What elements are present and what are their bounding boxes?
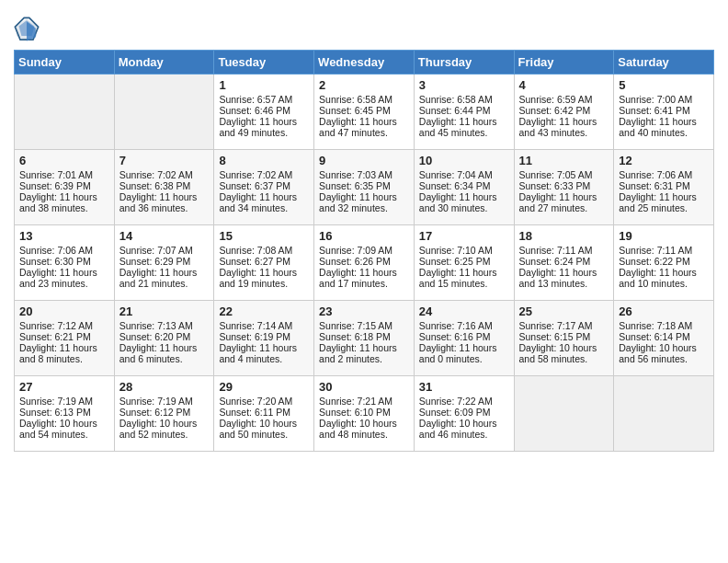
day-info: Daylight: 11 hours <box>419 267 509 278</box>
day-info: Sunrise: 7:06 AM <box>19 245 109 256</box>
day-cell: 18Sunrise: 7:11 AMSunset: 6:24 PMDayligh… <box>514 225 614 301</box>
day-info: and 40 minutes. <box>619 127 709 138</box>
day-info: Sunset: 6:18 PM <box>319 331 409 342</box>
week-row-3: 13Sunrise: 7:06 AMSunset: 6:30 PMDayligh… <box>15 225 714 301</box>
day-info: and 19 minutes. <box>219 278 309 289</box>
day-info: Sunset: 6:33 PM <box>519 180 609 191</box>
day-number: 20 <box>19 304 109 318</box>
day-number: 3 <box>419 78 509 92</box>
calendar-table: SundayMondayTuesdayWednesdayThursdayFrid… <box>14 50 714 452</box>
day-cell: 28Sunrise: 7:19 AMSunset: 6:12 PMDayligh… <box>114 376 214 452</box>
day-info: Sunset: 6:16 PM <box>419 331 509 342</box>
day-info: and 0 minutes. <box>419 353 509 364</box>
day-info: and 49 minutes. <box>219 127 309 138</box>
day-info: Sunrise: 7:07 AM <box>119 245 210 256</box>
weekday-saturday: Saturday <box>614 51 714 75</box>
day-info: and 47 minutes. <box>319 127 409 138</box>
day-info: Sunset: 6:10 PM <box>319 407 409 418</box>
day-info: Sunset: 6:26 PM <box>319 256 409 267</box>
day-info: Daylight: 11 hours <box>19 267 109 278</box>
day-cell: 27Sunrise: 7:19 AMSunset: 6:13 PMDayligh… <box>15 376 115 452</box>
day-info: and 54 minutes. <box>19 429 109 440</box>
day-info: Sunset: 6:39 PM <box>19 180 109 191</box>
day-cell: 26Sunrise: 7:18 AMSunset: 6:14 PMDayligh… <box>614 301 714 376</box>
day-info: Daylight: 11 hours <box>319 116 409 127</box>
day-number: 29 <box>219 380 309 394</box>
day-info: Sunrise: 7:16 AM <box>419 320 509 331</box>
day-info: Sunrise: 7:14 AM <box>219 320 309 331</box>
day-info: Daylight: 11 hours <box>119 267 210 278</box>
day-info: Sunrise: 7:05 AM <box>519 169 609 180</box>
day-cell <box>15 75 115 150</box>
day-info: Sunrise: 7:12 AM <box>19 320 109 331</box>
day-info: Daylight: 11 hours <box>619 116 709 127</box>
day-cell: 24Sunrise: 7:16 AMSunset: 6:16 PMDayligh… <box>414 301 514 376</box>
week-row-5: 27Sunrise: 7:19 AMSunset: 6:13 PMDayligh… <box>15 376 714 452</box>
day-cell: 31Sunrise: 7:22 AMSunset: 6:09 PMDayligh… <box>414 376 514 452</box>
day-info: Daylight: 11 hours <box>319 342 409 353</box>
day-info: Daylight: 11 hours <box>519 267 609 278</box>
day-info: Sunset: 6:25 PM <box>419 256 509 267</box>
day-number: 27 <box>19 380 109 394</box>
day-cell: 25Sunrise: 7:17 AMSunset: 6:15 PMDayligh… <box>514 301 614 376</box>
day-info: and 34 minutes. <box>219 202 309 213</box>
day-number: 23 <box>319 304 409 318</box>
day-info: Daylight: 11 hours <box>219 267 309 278</box>
day-info: Daylight: 10 hours <box>319 418 409 429</box>
day-cell: 9Sunrise: 7:03 AMSunset: 6:35 PMDaylight… <box>314 150 415 225</box>
day-cell: 23Sunrise: 7:15 AMSunset: 6:18 PMDayligh… <box>314 301 415 376</box>
weekday-sunday: Sunday <box>15 51 115 75</box>
day-info: Sunrise: 7:01 AM <box>19 169 109 180</box>
day-info: Sunrise: 6:58 AM <box>319 94 409 105</box>
day-info: Daylight: 11 hours <box>319 191 409 202</box>
day-info: Sunset: 6:31 PM <box>619 180 709 191</box>
day-cell: 10Sunrise: 7:04 AMSunset: 6:34 PMDayligh… <box>414 150 514 225</box>
weekday-tuesday: Tuesday <box>214 51 314 75</box>
header <box>14 9 714 42</box>
day-cell: 29Sunrise: 7:20 AMSunset: 6:11 PMDayligh… <box>214 376 314 452</box>
day-cell: 6Sunrise: 7:01 AMSunset: 6:39 PMDaylight… <box>15 150 115 225</box>
day-info: Sunset: 6:27 PM <box>219 256 309 267</box>
day-info: Sunset: 6:44 PM <box>419 105 509 116</box>
day-info: Sunrise: 7:02 AM <box>219 169 309 180</box>
day-cell: 8Sunrise: 7:02 AMSunset: 6:37 PMDaylight… <box>214 150 314 225</box>
day-number: 25 <box>519 304 609 318</box>
day-cell: 19Sunrise: 7:11 AMSunset: 6:22 PMDayligh… <box>614 225 714 301</box>
day-number: 15 <box>219 229 309 243</box>
day-number: 1 <box>219 78 309 92</box>
day-number: 6 <box>19 154 109 167</box>
day-info: Daylight: 11 hours <box>519 191 609 202</box>
day-info: and 8 minutes. <box>19 353 109 364</box>
day-info: Daylight: 11 hours <box>619 191 709 202</box>
day-info: and 15 minutes. <box>419 278 509 289</box>
day-info: Sunrise: 7:08 AM <box>219 245 309 256</box>
day-info: Sunrise: 7:09 AM <box>319 245 409 256</box>
day-info: and 46 minutes. <box>419 429 509 440</box>
page: SundayMondayTuesdayWednesdayThursdayFrid… <box>0 0 728 465</box>
day-info: Sunrise: 7:19 AM <box>19 396 109 407</box>
week-row-1: 1Sunrise: 6:57 AMSunset: 6:46 PMDaylight… <box>15 75 714 150</box>
day-info: Daylight: 11 hours <box>419 342 509 353</box>
weekday-thursday: Thursday <box>414 51 514 75</box>
day-number: 8 <box>219 154 309 167</box>
day-info: Daylight: 11 hours <box>419 191 509 202</box>
day-info: Daylight: 11 hours <box>219 342 309 353</box>
day-info: Sunrise: 7:06 AM <box>619 169 709 180</box>
day-info: Sunrise: 7:20 AM <box>219 396 309 407</box>
day-info: Daylight: 11 hours <box>19 191 109 202</box>
day-info: and 23 minutes. <box>19 278 109 289</box>
day-info: Sunset: 6:41 PM <box>619 105 709 116</box>
weekday-friday: Friday <box>514 51 614 75</box>
day-info: and 56 minutes. <box>619 353 709 364</box>
day-info: Sunrise: 7:10 AM <box>419 245 509 256</box>
day-info: Sunset: 6:35 PM <box>319 180 409 191</box>
day-cell <box>614 376 714 452</box>
day-number: 19 <box>619 229 709 243</box>
day-info: Daylight: 11 hours <box>119 191 210 202</box>
day-info: Daylight: 10 hours <box>119 418 210 429</box>
day-cell <box>514 376 614 452</box>
day-cell: 14Sunrise: 7:07 AMSunset: 6:29 PMDayligh… <box>114 225 214 301</box>
day-cell: 2Sunrise: 6:58 AMSunset: 6:45 PMDaylight… <box>314 75 415 150</box>
day-cell: 15Sunrise: 7:08 AMSunset: 6:27 PMDayligh… <box>214 225 314 301</box>
day-info: Sunrise: 7:11 AM <box>519 245 609 256</box>
